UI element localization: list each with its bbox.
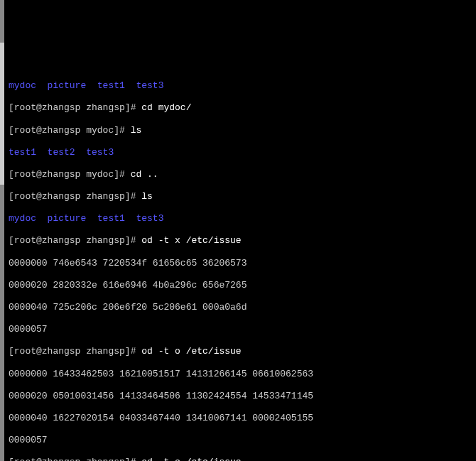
prompt-line[interactable]: [root@zhangsp zhangsp]# ls: [9, 191, 472, 202]
output-line: 0000040 725c206c 206e6f20 5c206e61 000a0…: [9, 302, 472, 313]
command: cd mydoc/: [141, 102, 191, 113]
prompt: [root@zhangsp zhangsp]#: [9, 235, 141, 246]
dir-listing: mydoc picture test1 test3: [9, 80, 472, 92]
scrollbar[interactable]: [0, 0, 4, 461]
command: cd ..: [131, 169, 158, 180]
output-line: 0000057: [9, 324, 472, 335]
prompt: [root@zhangsp mydoc]#: [9, 169, 131, 180]
scrollbar-thumb[interactable]: [0, 43, 4, 185]
command: od -t c /etc/issue: [141, 457, 241, 461]
command: od -t x /etc/issue: [141, 235, 241, 246]
prompt: [root@zhangsp zhangsp]#: [9, 191, 141, 202]
prompt-line[interactable]: [root@zhangsp zhangsp]# od -t o /etc/iss…: [9, 346, 472, 357]
terminal-output: mydoc picture test1 test3 [root@zhangsp …: [9, 70, 472, 461]
prompt-line[interactable]: [root@zhangsp mydoc]# cd ..: [9, 169, 472, 180]
output-line: 0000000 746e6543 7220534f 61656c65 36206…: [9, 258, 472, 269]
output-line: 0000057: [9, 435, 472, 446]
output-line: 0000000 16433462503 16210051517 14131266…: [9, 369, 472, 380]
prompt-line[interactable]: [root@zhangsp zhangsp]# cd mydoc/: [9, 102, 472, 114]
prompt: [root@zhangsp zhangsp]#: [9, 457, 141, 461]
command: ls: [131, 125, 142, 136]
prompt-line[interactable]: [root@zhangsp zhangsp]# od -t c /etc/iss…: [9, 457, 472, 461]
command: od -t o /etc/issue: [141, 346, 241, 357]
dir-listing: mydoc picture test1 test3: [9, 213, 472, 224]
output-line: 0000020 2820332e 616e6946 4b0a296c 656e7…: [9, 280, 472, 291]
prompt: [root@zhangsp zhangsp]#: [9, 102, 141, 113]
prompt: [root@zhangsp zhangsp]#: [9, 346, 141, 357]
prompt-line[interactable]: [root@zhangsp mydoc]# ls: [9, 125, 472, 136]
output-line: 0000040 16227020154 04033467440 13410067…: [9, 413, 472, 424]
command: ls: [141, 191, 153, 202]
prompt-line[interactable]: [root@zhangsp zhangsp]# od -t x /etc/iss…: [9, 235, 472, 246]
dir-listing: test1 test2 test3: [9, 147, 472, 158]
output-line: 0000020 05010031456 14133464506 11302424…: [9, 391, 472, 402]
prompt: [root@zhangsp mydoc]#: [9, 125, 131, 136]
